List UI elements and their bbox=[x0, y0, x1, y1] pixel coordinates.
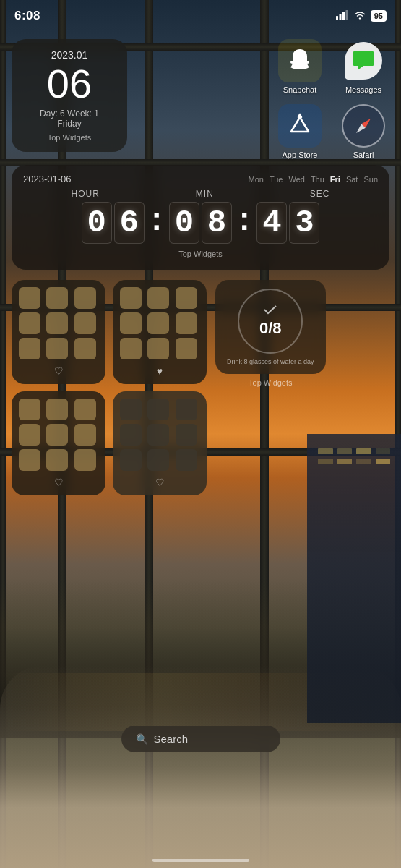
svg-rect-1 bbox=[339, 14, 341, 20]
water-circle: 0/8 bbox=[238, 289, 303, 354]
sat: Sat bbox=[346, 175, 358, 184]
snapchat-app[interactable]: Snapchat bbox=[274, 39, 326, 94]
grid-4-cells bbox=[120, 399, 199, 471]
grid-widget-1[interactable]: ♡ bbox=[12, 280, 105, 384]
clock-date-row: 2023-01-06 Mon Tue Wed Thu Fri Sat Sun bbox=[23, 174, 378, 184]
grid-widget-3[interactable]: ♡ bbox=[12, 391, 105, 495]
mon: Mon bbox=[249, 175, 264, 184]
hour-tens: 0 bbox=[82, 202, 112, 244]
compass-needle bbox=[355, 118, 371, 133]
fri: Fri bbox=[330, 175, 340, 184]
grid-pair-bottom: ♡ ♡ bbox=[12, 391, 207, 495]
day-week: Day: 6 Week: 1 Friday bbox=[25, 109, 114, 129]
wed: Wed bbox=[288, 175, 304, 184]
bottom-widgets: ♡ ♥ bbox=[12, 280, 389, 495]
heart-icon-2: ♥ bbox=[120, 365, 199, 377]
year-month: 2023.01 bbox=[25, 49, 114, 61]
cell bbox=[176, 424, 197, 446]
clock-date: 2023-01-06 bbox=[23, 174, 72, 184]
messages-label: Messages bbox=[345, 85, 381, 94]
cell bbox=[147, 312, 169, 334]
heart-icon-1: ♡ bbox=[19, 365, 98, 377]
cell bbox=[120, 449, 142, 471]
clock-labels: HOUR MIN SEC bbox=[23, 189, 378, 199]
search-label: Search bbox=[154, 733, 189, 745]
water-count: 0/8 bbox=[259, 319, 282, 338]
cell bbox=[74, 287, 96, 309]
home-indicator[interactable] bbox=[152, 859, 249, 862]
water-area: 0/8 Drink 8 glasses of water a day Top W… bbox=[215, 280, 326, 387]
cell bbox=[19, 312, 40, 334]
cell bbox=[176, 338, 197, 359]
grid-3-cells bbox=[19, 399, 98, 471]
clock-widget[interactable]: 2023-01-06 Mon Tue Wed Thu Fri Sat Sun H… bbox=[12, 165, 389, 270]
search-icon: 🔍 bbox=[136, 733, 148, 745]
cell bbox=[46, 338, 68, 359]
seconds-group: 4 3 bbox=[256, 202, 319, 244]
grid-2-cells bbox=[120, 287, 199, 359]
sec-tens: 4 bbox=[256, 202, 287, 244]
top-section: 2023.01 06 Day: 6 Week: 1 Friday Top Wid… bbox=[12, 39, 389, 159]
icon-row-1: Snapchat Messages bbox=[274, 39, 389, 94]
grid-widgets-area: ♡ ♥ bbox=[12, 280, 207, 495]
min-tens: 0 bbox=[169, 202, 199, 244]
search-bar[interactable]: 🔍 Search bbox=[121, 726, 280, 752]
svg-rect-2 bbox=[342, 12, 345, 20]
cell bbox=[147, 338, 169, 359]
cell bbox=[74, 424, 96, 446]
sec-ones: 3 bbox=[289, 202, 319, 244]
grid-widget-4[interactable]: ♡ bbox=[113, 391, 207, 495]
digital-clock: 0 6 : 0 8 : 4 3 bbox=[23, 202, 378, 244]
cell bbox=[19, 287, 40, 309]
date-widget[interactable]: 2023.01 06 Day: 6 Week: 1 Friday Top Wid… bbox=[12, 39, 127, 152]
cell bbox=[19, 338, 40, 359]
cell bbox=[46, 449, 68, 471]
cell bbox=[176, 449, 197, 471]
sun: Sun bbox=[363, 175, 378, 184]
heart-icon-4: ♡ bbox=[120, 477, 199, 488]
messages-app[interactable]: Messages bbox=[337, 39, 389, 94]
min-ones: 8 bbox=[202, 202, 232, 244]
appstore-app[interactable]: App Store bbox=[274, 104, 326, 159]
cell bbox=[46, 287, 68, 309]
cell bbox=[46, 424, 68, 446]
grid-widget-2[interactable]: ♥ bbox=[113, 280, 207, 384]
grid-pair-top: ♡ ♥ bbox=[12, 280, 207, 384]
thu: Thu bbox=[311, 175, 324, 184]
heart-icon-3: ♡ bbox=[19, 477, 98, 488]
cell bbox=[147, 399, 169, 420]
cell bbox=[120, 338, 142, 359]
battery-indicator: 95 bbox=[371, 10, 387, 22]
status-bar: 6:08 95 bbox=[0, 0, 401, 32]
cell bbox=[147, 424, 169, 446]
safari-icon bbox=[343, 106, 384, 146]
clock-widget-label: Top Widgets bbox=[23, 250, 378, 258]
svg-rect-3 bbox=[345, 10, 348, 20]
signal-icon bbox=[336, 10, 349, 22]
top-app-icons: Snapchat Messages bbox=[274, 39, 389, 159]
cell bbox=[176, 399, 197, 420]
cell bbox=[46, 312, 68, 334]
safari-app[interactable]: Safari bbox=[337, 104, 389, 159]
week-days: Mon Tue Wed Thu Fri Sat Sun bbox=[249, 175, 379, 184]
cell bbox=[120, 424, 142, 446]
water-check-icon bbox=[263, 305, 277, 318]
safari-label: Safari bbox=[353, 150, 374, 159]
status-time: 6:08 bbox=[14, 9, 40, 23]
cell bbox=[120, 399, 142, 420]
hour-ones: 6 bbox=[114, 202, 145, 244]
appstore-label: App Store bbox=[283, 150, 318, 159]
wifi-icon bbox=[353, 9, 366, 22]
cell bbox=[74, 312, 96, 334]
hours-group: 0 6 bbox=[82, 202, 145, 244]
cell bbox=[19, 449, 40, 471]
colon-2: : bbox=[232, 205, 256, 237]
icon-row-2: App Store Safari bbox=[274, 104, 389, 159]
messages-icon bbox=[345, 42, 382, 80]
min-label: MIN bbox=[196, 189, 214, 199]
water-description: Drink 8 glasses of water a day bbox=[224, 358, 317, 365]
water-widget[interactable]: 0/8 Drink 8 glasses of water a day bbox=[215, 280, 326, 374]
snapchat-label: Snapchat bbox=[283, 85, 316, 94]
cell bbox=[120, 287, 142, 309]
cell bbox=[74, 338, 96, 359]
